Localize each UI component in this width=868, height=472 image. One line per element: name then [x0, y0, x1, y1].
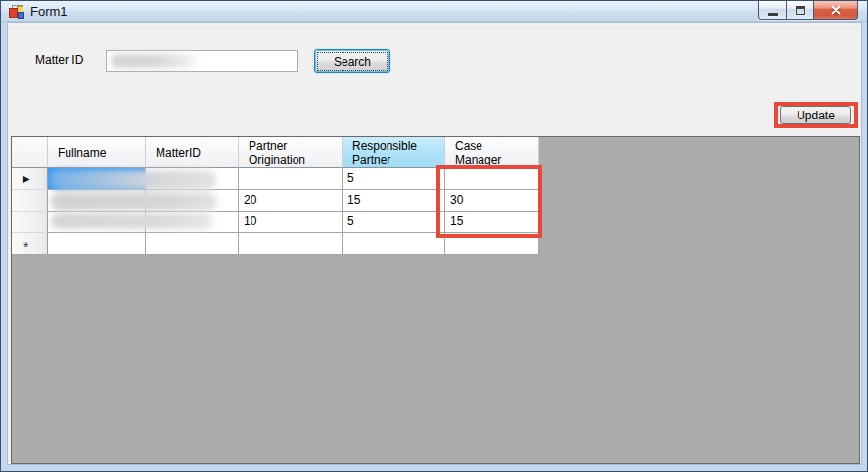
minimize-button[interactable]: [758, 1, 787, 20]
data-grid: Fullname MatterID Partner Origination Re…: [11, 136, 860, 464]
minimize-icon: [768, 13, 778, 16]
cell-r2-responsible-partner[interactable]: 15: [343, 190, 445, 212]
column-header-case-manager[interactable]: Case Manager: [445, 137, 539, 168]
matter-id-input[interactable]: [106, 50, 298, 72]
client-top-edge: [8, 28, 861, 29]
window-title: Form1: [30, 4, 68, 19]
current-row-arrow-icon: ▶: [12, 173, 30, 184]
column-header-fullname[interactable]: Fullname: [48, 137, 146, 168]
column-header-partner-origination[interactable]: Partner Origination: [239, 137, 343, 168]
update-highlight-rect: [774, 102, 858, 128]
cell-r1-partner-origination[interactable]: [239, 168, 343, 190]
matter-id-label: Matter ID: [35, 53, 83, 67]
redacted-row2-name-blur: [51, 192, 217, 211]
cell-r1-responsible-partner[interactable]: 5: [343, 168, 445, 190]
new-row-cell-matterid[interactable]: [146, 233, 239, 255]
row-header-1[interactable]: ▶: [12, 168, 48, 190]
case-manager-highlight-rect: [436, 165, 542, 238]
grid-corner-header[interactable]: [12, 137, 48, 168]
close-button[interactable]: [813, 1, 858, 20]
titlebar[interactable]: Form1: [1, 1, 867, 22]
redacted-row3-name-blur: [51, 213, 212, 229]
search-button[interactable]: Search: [314, 49, 390, 73]
form1-window: Form1 Matter ID Search Update: [0, 0, 868, 472]
winforms-app-icon: [9, 4, 24, 20]
client-area: Matter ID Search Update Fullname MatterI…: [8, 23, 861, 464]
cell-r2-partner-origination[interactable]: 20: [239, 190, 343, 212]
redacted-matter-id-blur: [111, 54, 197, 68]
new-row-cell-responsible-partner[interactable]: [343, 233, 445, 255]
cell-r3-responsible-partner[interactable]: 5: [343, 212, 445, 233]
row-header-3[interactable]: [12, 212, 48, 233]
row-header-2[interactable]: [12, 190, 48, 212]
redacted-row1-name-blur: [50, 170, 216, 190]
window-controls: [759, 1, 858, 20]
maximize-button[interactable]: [786, 1, 814, 20]
new-row-star-icon: *: [12, 242, 28, 252]
row-header-new[interactable]: *: [12, 233, 48, 255]
column-header-responsible-partner[interactable]: Responsible Partner: [343, 137, 445, 168]
close-icon: [831, 5, 841, 15]
new-row-cell-fullname[interactable]: [48, 233, 146, 255]
new-row-cell-partner-origination[interactable]: [239, 233, 343, 255]
column-header-matterid[interactable]: MatterID: [146, 137, 239, 168]
cell-r3-partner-origination[interactable]: 10: [239, 212, 343, 233]
maximize-icon: [796, 6, 805, 15]
